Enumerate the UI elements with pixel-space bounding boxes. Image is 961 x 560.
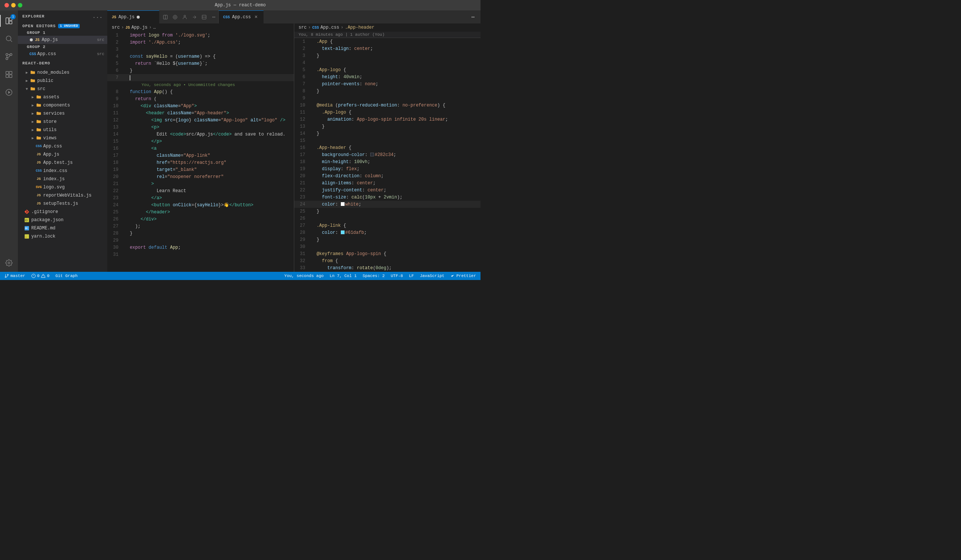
cursor-position-status[interactable]: Ln 7, Col 1 (328, 274, 358, 278)
test-js-icon: JS (36, 160, 42, 166)
tree-yarn-lock[interactable]: 🔒 yarn.lock (18, 232, 107, 241)
svg-point-7 (6, 58, 8, 60)
tree-gitignore[interactable]: .gitignore (18, 208, 107, 216)
code-line: 15 (294, 137, 481, 144)
tree-assets[interactable]: ▶ assets (18, 93, 107, 101)
encoding-status[interactable]: UTF-8 (389, 274, 405, 278)
collapse-arrow: ▶ (30, 119, 36, 125)
svg-text:{}: {} (25, 219, 27, 221)
tree-app-test-js[interactable]: JS App.test.js (18, 159, 107, 167)
tree-setuptests[interactable]: JS setupTests.js (18, 200, 107, 208)
code-line: 16 <a (107, 145, 294, 152)
open-changes-button[interactable] (190, 13, 199, 22)
line-endings-status[interactable]: LF (408, 274, 415, 278)
git-graph-button[interactable]: Git Graph (54, 274, 79, 278)
md-icon: MD (24, 225, 30, 231)
open-editors-section[interactable]: OPEN EDITORS 1 UNSAVED (18, 22, 107, 30)
tab-label: App.css (232, 14, 251, 20)
tree-index-css[interactable]: CSS index.css (18, 167, 107, 175)
minimize-button[interactable] (11, 3, 16, 8)
language-status[interactable]: JavaScript (418, 274, 446, 278)
collapse-arrow: ▶ (30, 111, 36, 117)
tree-item-label: node_modules (37, 70, 104, 75)
css-icon: CSS (36, 168, 42, 174)
project-label[interactable]: REACT-DEMO (18, 58, 107, 69)
code-line: 25 </header> (107, 209, 294, 216)
sidebar-more-button[interactable]: ... (92, 13, 103, 19)
editor-pane-css: src › CSS App.css › .App-header You, 8 m… (294, 24, 481, 272)
line-endings-label: LF (409, 274, 414, 278)
open-file-appjs[interactable]: JS App.js src (18, 36, 107, 44)
code-line: 18 min-height: 100vh; (294, 158, 481, 165)
code-line: 11 <header className="App-header"> (107, 109, 294, 117)
code-line: 29 } (294, 236, 481, 243)
more-actions-left-button[interactable]: ⋯ (209, 13, 218, 22)
tree-reportwebvitals[interactable]: JS reportWebVitals.js (18, 191, 107, 200)
folder-icon (36, 111, 42, 117)
tree-package-json[interactable]: {} package.json (18, 216, 107, 224)
formatter-status[interactable]: Prettier (449, 274, 477, 278)
activity-run[interactable] (0, 83, 18, 101)
code-editor-css[interactable]: 1 .App { 2 text-align: center; 3 } 4 (294, 38, 481, 272)
collapse-arrow: ▶ (30, 103, 36, 108)
tree-app-css[interactable]: CSS App.css (18, 142, 107, 151)
svg-icon: SVG (36, 184, 42, 190)
tree-services[interactable]: ▶ services (18, 109, 107, 118)
close-button[interactable] (5, 3, 9, 8)
toggle-blame-button[interactable] (180, 13, 189, 22)
svg-rect-9 (9, 72, 12, 74)
tree-item-label: utils (43, 127, 104, 133)
tab-appcss[interactable]: CSS App.css × (219, 10, 264, 24)
code-editor-js[interactable]: 1 import logo from './logo.svg'; 2 impor… (107, 32, 294, 272)
code-line: 6 } (107, 67, 294, 74)
tree-node-modules[interactable]: ▶ node_modules (18, 69, 107, 77)
activity-search[interactable] (0, 30, 18, 48)
git-branch-status[interactable]: master (3, 274, 27, 278)
breadcrumb-selector: .App-header (345, 25, 374, 30)
maximize-button[interactable] (18, 3, 22, 8)
activity-extensions[interactable] (0, 66, 18, 83)
tab-appjs[interactable]: JS App.js (107, 10, 159, 24)
activity-explorer[interactable]: 1 (0, 12, 18, 30)
unsaved-badge: 1 UNSAVED (58, 24, 80, 28)
code-line: 27 ); (107, 223, 294, 230)
code-line: 13 <p> (107, 124, 294, 131)
window-controls (5, 3, 22, 8)
more-actions-right-button[interactable]: ⋯ (469, 13, 477, 22)
tree-utils[interactable]: ▶ utils (18, 126, 107, 134)
errors-warnings-status[interactable]: 0 0 (30, 274, 51, 278)
tree-logo-svg[interactable]: SVG logo.svg (18, 183, 107, 191)
tree-item-label: services (43, 111, 104, 116)
code-line: 13 } (294, 123, 481, 130)
tree-src[interactable]: ▼ src (18, 85, 107, 93)
tree-index-js[interactable]: JS index.js (18, 175, 107, 183)
split-down-button[interactable] (200, 13, 209, 22)
tree-item-label: reportWebVitals.js (43, 193, 104, 198)
code-line: 12 animation: App-logo-spin infinite 20s… (294, 116, 481, 123)
tree-app-js[interactable]: JS App.js (18, 151, 107, 159)
tree-item-label: store (43, 119, 104, 124)
activity-settings[interactable] (0, 254, 18, 272)
activity-source-control[interactable] (0, 48, 18, 66)
split-editor-button[interactable] (161, 13, 170, 22)
folder-icon (30, 70, 36, 75)
status-bar: master 0 0 Git Graph You, seconds ago Ln… (0, 272, 480, 280)
editor-split: src › JS App.js › … 1 import logo from '… (107, 24, 480, 272)
warning-icon (41, 274, 45, 278)
indentation-status[interactable]: Spaces: 2 (361, 274, 386, 278)
blame-status[interactable]: You, seconds ago (283, 274, 325, 278)
tree-store[interactable]: ▶ store (18, 118, 107, 126)
tree-item-label: setupTests.js (43, 201, 104, 206)
tree-public[interactable]: ▶ public (18, 77, 107, 85)
blame-text: You, seconds ago (284, 274, 324, 278)
svg-rect-11 (9, 75, 12, 77)
formatter-label: Prettier (456, 274, 476, 278)
code-line: 2 text-align: center; (294, 45, 481, 52)
toggle-inlay-hints-button[interactable] (170, 13, 180, 22)
tab-close-button[interactable]: × (253, 14, 259, 20)
tree-views[interactable]: ▶ views (18, 134, 107, 142)
tree-readme[interactable]: MD README.md (18, 224, 107, 232)
tree-components[interactable]: ▶ components (18, 101, 107, 109)
open-file-appcss[interactable]: CSS App.css src (18, 50, 107, 58)
sidebar-header[interactable]: EXPLORER ... (18, 10, 107, 22)
